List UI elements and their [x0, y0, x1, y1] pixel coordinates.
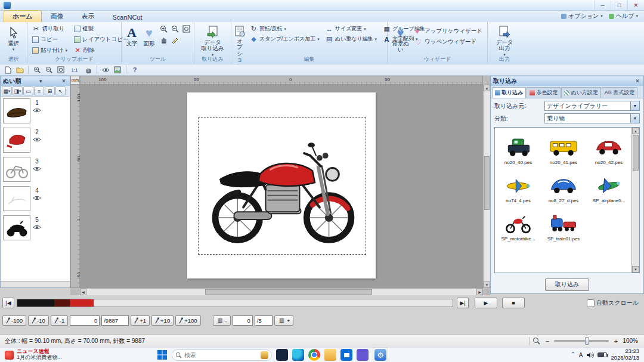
- start-button[interactable]: [157, 349, 168, 360]
- taskbar-app-dark[interactable]: [276, 349, 288, 361]
- option-edit-button[interactable]: オプション 編集: [234, 24, 246, 56]
- ime-indicator[interactable]: A: [579, 352, 583, 358]
- scroll-down-icon[interactable]: ▼: [632, 266, 639, 273]
- news-widget[interactable]: ニュース速報 1月の米消費者物...: [0, 349, 101, 361]
- sew-order-item[interactable]: 1: [3, 98, 67, 123]
- stitch-progress-bar[interactable]: [17, 299, 453, 307]
- scrollbar-thumb[interactable]: [633, 135, 639, 171]
- pan-hand-button[interactable]: [159, 35, 169, 45]
- design-thumbnail[interactable]: SP_airplane0...: [587, 167, 631, 204]
- design-thumbnail[interactable]: no20_40.pes: [496, 129, 540, 166]
- help-button[interactable]: ?: [129, 65, 140, 75]
- library-scrollbar[interactable]: ▲ ▼: [631, 128, 639, 273]
- sew-order-item[interactable]: 4: [3, 186, 67, 211]
- scrollbar-thumb[interactable]: [484, 156, 490, 210]
- taskbar-app-chrome[interactable]: [308, 349, 320, 361]
- qb-zoom-actual-button[interactable]: 1:1: [67, 65, 82, 75]
- data-import-button[interactable]: データ 取り込み ▾: [197, 24, 228, 56]
- taskbar-app-store[interactable]: [340, 349, 352, 361]
- paste-button[interactable]: 貼り付け▾: [30, 45, 70, 55]
- panel-menu-icon[interactable]: ▾: [37, 78, 44, 84]
- stitch-plus-10-button[interactable]: +10: [151, 315, 174, 326]
- design-thumbnail[interactable]: SP_motorbike...: [496, 205, 540, 242]
- patch-wizard-button[interactable]: ♡ワッペンウィザード: [413, 37, 485, 47]
- source-dropdown[interactable]: デザインライブラリー ▼: [544, 101, 640, 111]
- select-mode-button[interactable]: ▦▾: [2, 86, 12, 95]
- sew-panel-scrollbar[interactable]: [1, 281, 70, 287]
- shape-tool-button[interactable]: ♥ 図形: [141, 24, 157, 56]
- import-button[interactable]: 取り込み: [545, 279, 589, 291]
- battery-icon[interactable]: [597, 352, 607, 357]
- background-sew-button[interactable]: ♥ 背景ぬい: [390, 24, 411, 56]
- scroll-left-icon[interactable]: ◀: [80, 289, 86, 295]
- design-page[interactable]: [187, 92, 376, 279]
- measure-button[interactable]: [170, 35, 180, 45]
- resize-button[interactable]: ↔サイズ変更▾: [323, 24, 379, 34]
- close-icon[interactable]: ✕: [634, 78, 641, 84]
- sew-order-item[interactable]: 5: [3, 215, 67, 240]
- scrollbar-thumb[interactable]: [205, 289, 372, 295]
- open-file-button[interactable]: [14, 65, 25, 75]
- tab-sew-settings[interactable]: ぬい方設定: [561, 87, 600, 98]
- selection-box[interactable]: [198, 117, 366, 255]
- zoom-fit-button[interactable]: [181, 24, 191, 34]
- design-thumbnail[interactable]: no20_42.pes: [587, 129, 631, 166]
- design-thumbnail[interactable]: no8_27_d.pes: [541, 167, 586, 204]
- list-button[interactable]: ≡: [34, 86, 44, 95]
- qb-zoom-fit-button[interactable]: [55, 65, 66, 75]
- select-tool-button[interactable]: 選択 ▾: [2, 24, 24, 56]
- design-thumbnail[interactable]: no74_4.pes: [496, 167, 540, 204]
- applique-wizard-button[interactable]: ♥アップリケウィザード: [413, 26, 485, 36]
- eye-icon[interactable]: [33, 137, 41, 142]
- scroll-down-icon[interactable]: ▼: [484, 281, 490, 288]
- close-icon[interactable]: ✕: [60, 78, 67, 84]
- lock-button[interactable]: ⊞: [45, 86, 55, 95]
- go-to-end-button[interactable]: ▶|: [457, 298, 469, 308]
- stitch-minus-100-button[interactable]: -100: [2, 315, 26, 326]
- zoom-plus-button[interactable]: +: [612, 337, 620, 345]
- tab-text-format[interactable]: AB 書式設定: [602, 87, 638, 98]
- overlap-edit-button[interactable]: ▤ぬい重なり編集▾: [323, 34, 379, 44]
- scroll-up-icon[interactable]: ▲: [484, 85, 490, 91]
- sew-order-item[interactable]: 2: [3, 128, 67, 153]
- auto-scroll-checkbox[interactable]: [587, 299, 595, 307]
- pointer-button[interactable]: ↖: [55, 86, 66, 95]
- minimize-button[interactable]: ─: [594, 1, 611, 10]
- sew-order-item[interactable]: 3: [3, 157, 67, 182]
- taskbar-clock[interactable]: 23:23 2026/02/13: [611, 348, 639, 361]
- color-mode-button[interactable]: ◨▾: [13, 86, 23, 95]
- rotate-flip-button[interactable]: ↻回転/反転▾: [247, 24, 322, 34]
- close-button[interactable]: ✕: [627, 1, 644, 10]
- data-output-button[interactable]: データ 出力 ▾: [490, 24, 519, 56]
- eye-icon[interactable]: [33, 166, 41, 171]
- motorcycle-design[interactable]: [200, 119, 364, 254]
- taskbar-app-purple[interactable]: [357, 349, 369, 361]
- design-thumbnail[interactable]: no20_41.pes: [541, 129, 586, 166]
- scroll-up-icon[interactable]: ▲: [632, 128, 639, 134]
- color-next-button[interactable]: ▥+: [274, 315, 294, 326]
- tab-import[interactable]: 取り込み: [492, 87, 526, 98]
- design-canvas[interactable]: [80, 85, 483, 288]
- canvas-vertical-scrollbar[interactable]: ▲ ▼: [483, 85, 490, 288]
- stitch-view-button[interactable]: [100, 65, 111, 75]
- zoom-in-button[interactable]: [159, 24, 169, 34]
- taskbar-app-edge[interactable]: [292, 349, 304, 361]
- taskbar-app-pedesign-active[interactable]: ⚙: [373, 347, 388, 362]
- taskbar-app-explorer[interactable]: [324, 349, 336, 361]
- qb-zoom-out-button[interactable]: [44, 65, 54, 75]
- scroll-right-icon[interactable]: ▶: [476, 289, 483, 295]
- search-input[interactable]: [184, 352, 239, 358]
- design-thumbnail[interactable]: SP_train01.pes: [541, 205, 586, 242]
- new-file-button[interactable]: [2, 65, 13, 75]
- stitch-count-field[interactable]: 0: [70, 315, 100, 326]
- eye-icon[interactable]: [33, 108, 41, 113]
- cut-button[interactable]: ✂切り取り: [30, 24, 70, 34]
- zoom-slider[interactable]: [554, 340, 609, 342]
- stitch-plus-100-button[interactable]: +100: [175, 315, 200, 326]
- qb-pan-button[interactable]: [83, 65, 94, 75]
- qb-zoom-in-button[interactable]: [32, 65, 42, 75]
- menu-options[interactable]: オプション ▾: [561, 12, 603, 20]
- tab-view[interactable]: 表示: [73, 10, 104, 22]
- canvas-horizontal-scrollbar[interactable]: ◀ ▶: [80, 288, 483, 295]
- go-to-start-button[interactable]: |◀: [2, 298, 14, 308]
